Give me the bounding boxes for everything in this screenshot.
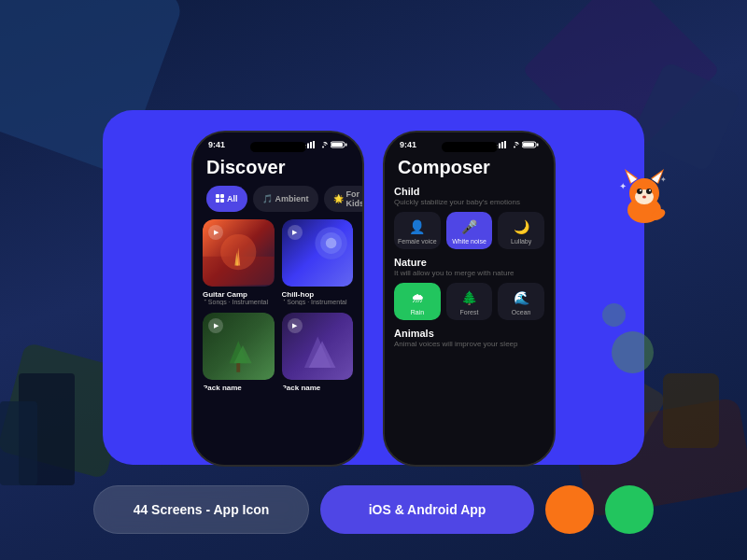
phones-card: 9:41 Discover All xyxy=(103,110,644,465)
discover-title: Discover xyxy=(206,157,349,178)
status-time-1: 9:41 xyxy=(208,140,225,149)
card-title-4: Pack name xyxy=(282,384,354,392)
music-card-3[interactable]: ▶ Pack name xyxy=(203,313,275,392)
composer-screen: 9:41 Composer Child Quickly stabilize yo… xyxy=(385,133,554,465)
white-noise-label: White noise xyxy=(452,238,486,245)
nature-sounds: 🌧 Rain 🌲 Forest 🌊 Ocean xyxy=(394,283,544,320)
svg-point-19 xyxy=(322,146,324,147)
female-voice-label: Female voice xyxy=(398,238,437,245)
forest-label: Forest xyxy=(460,309,479,315)
female-voice-icon: 👤 xyxy=(409,219,425,234)
music-card-1[interactable]: ▶ Guitar Camp 7 Songs · Instrumental xyxy=(203,219,275,305)
child-sounds: 👤 Female voice 🎤 White noise 🌙 Lullaby xyxy=(394,212,544,249)
section-nature: Nature It will allow you to merge with n… xyxy=(385,257,554,320)
card-sub-1: 7 Songs · Instrumental xyxy=(203,299,275,305)
svg-rect-18 xyxy=(313,141,315,148)
tab-all[interactable]: All xyxy=(206,186,247,212)
card-img-4: ▶ xyxy=(282,313,354,380)
rain-icon: 🌧 xyxy=(411,290,424,305)
main-content: 9:41 Discover All xyxy=(0,0,747,560)
discover-screen: 9:41 Discover All xyxy=(193,133,362,465)
card-title-3: Pack name xyxy=(203,384,275,392)
card-img-1: ▶ xyxy=(203,219,275,287)
card-sub-2: 7 Songs · Instrumental xyxy=(282,299,354,305)
child-sub: Quickly stabilize your baby's emotions xyxy=(394,198,544,206)
status-icons-1 xyxy=(304,141,347,148)
svg-rect-41 xyxy=(501,142,503,148)
decoration-bubble xyxy=(612,331,654,373)
svg-rect-25 xyxy=(216,199,219,203)
tab-ambient[interactable]: 🎵Ambient xyxy=(253,186,318,212)
filter-tabs: All 🎵Ambient 🌟For Kids xyxy=(206,186,349,212)
svg-rect-17 xyxy=(310,142,312,148)
decoration-bubble-small xyxy=(602,303,626,327)
child-label: Child xyxy=(394,186,544,197)
svg-point-8 xyxy=(646,189,652,194)
sound-lullaby[interactable]: 🌙 Lullaby xyxy=(498,212,544,249)
section-animals: Animals Animal voices will improve your … xyxy=(385,328,554,348)
white-noise-icon: 🎤 xyxy=(461,219,477,234)
nature-sub: It will allow you to merge with nature xyxy=(394,269,544,277)
btn-platform[interactable]: iOS & Android App xyxy=(320,485,534,534)
sound-forest[interactable]: 🌲 Forest xyxy=(446,283,493,320)
composer-header: Composer xyxy=(385,153,554,186)
svg-text:✦: ✦ xyxy=(660,175,667,184)
svg-rect-46 xyxy=(537,143,539,146)
btn-screens[interactable]: 44 Screens - App Icon xyxy=(93,485,309,534)
lullaby-icon: 🌙 xyxy=(514,219,529,234)
lullaby-label: Lullaby xyxy=(511,238,531,245)
status-icons-2 xyxy=(496,141,539,148)
nature-label: Nature xyxy=(394,257,544,268)
status-time-2: 9:41 xyxy=(400,140,416,149)
svg-rect-21 xyxy=(331,143,343,147)
bottom-bar: 44 Screens - App Icon iOS & Android App xyxy=(93,485,654,534)
svg-point-7 xyxy=(637,189,642,194)
tab-kids[interactable]: 🌟For Kids xyxy=(324,186,362,212)
btn-screens-label: 44 Screens - App Icon xyxy=(134,502,270,517)
ocean-icon: 🌊 xyxy=(514,290,529,305)
rain-label: Rain xyxy=(411,309,424,315)
svg-point-11 xyxy=(642,196,646,199)
svg-rect-16 xyxy=(307,143,309,148)
card-title-1: Guitar Camp xyxy=(203,290,275,299)
forest-icon: 🌲 xyxy=(461,290,477,305)
animals-sub: Animal voices will improve your sleep xyxy=(394,340,544,348)
ocean-label: Ocean xyxy=(512,309,531,315)
svg-rect-24 xyxy=(220,194,224,198)
svg-point-9 xyxy=(640,189,641,191)
svg-rect-42 xyxy=(504,141,506,148)
svg-text:✦: ✦ xyxy=(619,181,627,191)
music-grid: ▶ Guitar Camp 7 Songs · Instrumental xyxy=(193,219,362,392)
svg-point-43 xyxy=(514,146,515,147)
svg-rect-40 xyxy=(499,143,500,148)
svg-point-33 xyxy=(325,237,335,247)
sound-white-noise[interactable]: 🎤 White noise xyxy=(446,212,493,249)
sound-female-voice[interactable]: 👤 Female voice xyxy=(394,212,441,249)
card-title-2: Chill-hop xyxy=(282,290,354,299)
svg-rect-36 xyxy=(236,363,240,372)
phone-composer: 9:41 Composer Child Quickly stabilize yo… xyxy=(383,131,556,467)
svg-rect-45 xyxy=(523,143,534,147)
fox-mascot: ✦ ✦ xyxy=(612,163,677,229)
phone-discover: 9:41 Discover All xyxy=(191,131,364,467)
composer-title: Composer xyxy=(398,157,541,178)
sound-rain[interactable]: 🌧 Rain xyxy=(394,283,441,320)
tab-all-label: All xyxy=(227,194,238,203)
svg-rect-22 xyxy=(345,143,347,146)
sound-ocean[interactable]: 🌊 Ocean xyxy=(498,283,544,320)
svg-point-10 xyxy=(649,189,651,191)
btn-platform-label: iOS & Android App xyxy=(369,502,486,517)
dynamic-island-1 xyxy=(250,142,306,152)
btn-green[interactable] xyxy=(605,485,654,534)
discover-header: Discover All 🎵Ambient 🌟For Kids xyxy=(193,153,362,219)
music-card-4[interactable]: ▶ Pack name xyxy=(282,313,354,392)
tab-ambient-label: Ambient xyxy=(275,194,309,203)
svg-rect-26 xyxy=(220,199,224,203)
music-card-2[interactable]: ▶ Chill-hop 7 Songs · Instrumental xyxy=(282,219,354,305)
card-img-3: ▶ xyxy=(203,313,275,380)
svg-rect-23 xyxy=(216,194,219,198)
btn-orange[interactable] xyxy=(545,485,594,534)
card-img-2: ▶ xyxy=(282,219,354,287)
section-child: Child Quickly stabilize your baby's emot… xyxy=(385,186,554,249)
tab-kids-label: For Kids xyxy=(346,189,362,208)
